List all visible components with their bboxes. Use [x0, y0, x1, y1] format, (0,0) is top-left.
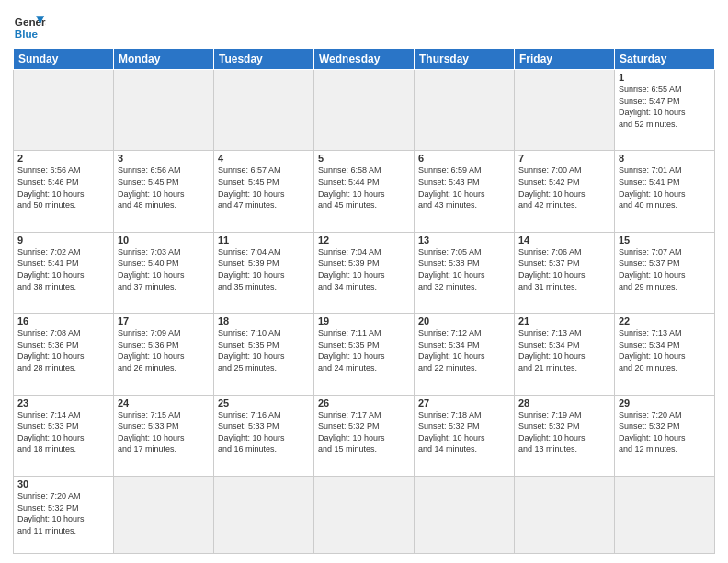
day-number: 12	[318, 235, 410, 246]
calendar-cell: 22Sunrise: 7:13 AMSunset: 5:34 PMDayligh…	[615, 314, 715, 395]
day-number: 7	[518, 153, 610, 164]
day-info: Sunrise: 7:04 AMSunset: 5:39 PMDaylight:…	[318, 247, 410, 293]
day-number: 5	[318, 153, 410, 164]
calendar-cell: 28Sunrise: 7:19 AMSunset: 5:32 PMDayligh…	[515, 395, 615, 476]
day-info: Sunrise: 7:12 AMSunset: 5:34 PMDaylight:…	[418, 327, 510, 373]
calendar-cell: 15Sunrise: 7:07 AMSunset: 5:37 PMDayligh…	[615, 232, 715, 313]
day-number: 4	[218, 153, 310, 164]
calendar-cell	[515, 477, 615, 554]
calendar-cell: 20Sunrise: 7:12 AMSunset: 5:34 PMDayligh…	[415, 314, 515, 395]
day-info: Sunrise: 7:00 AMSunset: 5:42 PMDaylight:…	[518, 165, 610, 211]
calendar-cell: 27Sunrise: 7:18 AMSunset: 5:32 PMDayligh…	[415, 395, 515, 476]
calendar-table: SundayMondayTuesdayWednesdayThursdayFrid…	[13, 48, 715, 554]
day-number: 10	[118, 235, 210, 246]
day-number: 27	[418, 397, 510, 408]
day-number: 20	[418, 316, 510, 327]
day-info: Sunrise: 7:20 AMSunset: 5:32 PMDaylight:…	[17, 490, 109, 536]
day-number: 2	[17, 153, 109, 164]
day-info: Sunrise: 7:07 AMSunset: 5:37 PMDaylight:…	[619, 247, 711, 293]
day-info: Sunrise: 6:56 AMSunset: 5:46 PMDaylight:…	[17, 165, 109, 211]
day-number: 28	[518, 397, 610, 408]
calendar-cell: 18Sunrise: 7:10 AMSunset: 5:35 PMDayligh…	[214, 314, 314, 395]
day-info: Sunrise: 7:09 AMSunset: 5:36 PMDaylight:…	[118, 327, 210, 373]
calendar-cell	[214, 70, 314, 151]
day-number: 30	[17, 478, 109, 489]
calendar-cell: 7Sunrise: 7:00 AMSunset: 5:42 PMDaylight…	[515, 151, 615, 232]
calendar-cell	[214, 477, 314, 554]
calendar-cell: 17Sunrise: 7:09 AMSunset: 5:36 PMDayligh…	[114, 314, 214, 395]
calendar-cell	[615, 477, 715, 554]
calendar-cell: 5Sunrise: 6:58 AMSunset: 5:44 PMDaylight…	[314, 151, 415, 232]
calendar-cell	[415, 477, 515, 554]
weekday-header-sunday: Sunday	[14, 49, 114, 70]
page: General Blue SundayMondayTuesdayWednesda…	[0, 0, 728, 563]
calendar-cell: 16Sunrise: 7:08 AMSunset: 5:36 PMDayligh…	[14, 314, 114, 395]
calendar-cell: 9Sunrise: 7:02 AMSunset: 5:41 PMDaylight…	[14, 232, 114, 313]
day-info: Sunrise: 6:58 AMSunset: 5:44 PMDaylight:…	[318, 165, 410, 211]
week-row-5: 23Sunrise: 7:14 AMSunset: 5:33 PMDayligh…	[14, 395, 715, 476]
calendar-cell	[14, 70, 114, 151]
calendar-cell: 8Sunrise: 7:01 AMSunset: 5:41 PMDaylight…	[615, 151, 715, 232]
weekday-header-wednesday: Wednesday	[314, 49, 415, 70]
day-number: 23	[17, 397, 109, 408]
calendar-cell: 11Sunrise: 7:04 AMSunset: 5:39 PMDayligh…	[214, 232, 314, 313]
calendar-cell: 23Sunrise: 7:14 AMSunset: 5:33 PMDayligh…	[14, 395, 114, 476]
calendar-cell	[314, 477, 415, 554]
calendar-cell: 26Sunrise: 7:17 AMSunset: 5:32 PMDayligh…	[314, 395, 415, 476]
header: General Blue	[13, 9, 715, 42]
weekday-header-monday: Monday	[114, 49, 214, 70]
weekday-header-thursday: Thursday	[415, 49, 515, 70]
week-row-2: 2Sunrise: 6:56 AMSunset: 5:46 PMDaylight…	[14, 151, 715, 232]
calendar-cell: 29Sunrise: 7:20 AMSunset: 5:32 PMDayligh…	[615, 395, 715, 476]
calendar-cell	[415, 70, 515, 151]
day-number: 24	[118, 397, 210, 408]
day-number: 26	[318, 397, 410, 408]
calendar-cell: 3Sunrise: 6:56 AMSunset: 5:45 PMDaylight…	[114, 151, 214, 232]
day-info: Sunrise: 7:03 AMSunset: 5:40 PMDaylight:…	[118, 247, 210, 293]
calendar-cell: 21Sunrise: 7:13 AMSunset: 5:34 PMDayligh…	[515, 314, 615, 395]
day-number: 14	[518, 235, 610, 246]
day-number: 29	[619, 397, 711, 408]
day-number: 17	[118, 316, 210, 327]
day-info: Sunrise: 6:56 AMSunset: 5:45 PMDaylight:…	[118, 165, 210, 211]
day-info: Sunrise: 7:06 AMSunset: 5:37 PMDaylight:…	[518, 247, 610, 293]
week-row-4: 16Sunrise: 7:08 AMSunset: 5:36 PMDayligh…	[14, 314, 715, 395]
calendar-cell: 10Sunrise: 7:03 AMSunset: 5:40 PMDayligh…	[114, 232, 214, 313]
day-number: 3	[118, 153, 210, 164]
day-info: Sunrise: 7:17 AMSunset: 5:32 PMDaylight:…	[318, 409, 410, 455]
logo-icon: General Blue	[13, 9, 46, 42]
weekday-header-friday: Friday	[515, 49, 615, 70]
day-info: Sunrise: 7:15 AMSunset: 5:33 PMDaylight:…	[118, 409, 210, 455]
day-number: 8	[619, 153, 711, 164]
day-number: 11	[218, 235, 310, 246]
week-row-6: 30Sunrise: 7:20 AMSunset: 5:32 PMDayligh…	[14, 477, 715, 554]
day-number: 6	[418, 153, 510, 164]
day-info: Sunrise: 7:02 AMSunset: 5:41 PMDaylight:…	[17, 247, 109, 293]
calendar-cell: 4Sunrise: 6:57 AMSunset: 5:45 PMDaylight…	[214, 151, 314, 232]
day-info: Sunrise: 6:55 AMSunset: 5:47 PMDaylight:…	[619, 84, 711, 130]
weekday-header-saturday: Saturday	[615, 49, 715, 70]
week-row-3: 9Sunrise: 7:02 AMSunset: 5:41 PMDaylight…	[14, 232, 715, 313]
calendar-cell	[114, 70, 214, 151]
svg-text:Blue: Blue	[15, 28, 39, 40]
calendar-cell: 6Sunrise: 6:59 AMSunset: 5:43 PMDaylight…	[415, 151, 515, 232]
calendar-cell: 14Sunrise: 7:06 AMSunset: 5:37 PMDayligh…	[515, 232, 615, 313]
day-info: Sunrise: 7:04 AMSunset: 5:39 PMDaylight:…	[218, 247, 310, 293]
day-number: 15	[619, 235, 711, 246]
day-number: 19	[318, 316, 410, 327]
day-number: 21	[518, 316, 610, 327]
day-info: Sunrise: 7:11 AMSunset: 5:35 PMDaylight:…	[318, 327, 410, 373]
day-info: Sunrise: 7:05 AMSunset: 5:38 PMDaylight:…	[418, 247, 510, 293]
calendar-cell: 25Sunrise: 7:16 AMSunset: 5:33 PMDayligh…	[214, 395, 314, 476]
calendar-cell: 13Sunrise: 7:05 AMSunset: 5:38 PMDayligh…	[415, 232, 515, 313]
day-number: 16	[17, 316, 109, 327]
day-info: Sunrise: 7:10 AMSunset: 5:35 PMDaylight:…	[218, 327, 310, 373]
day-info: Sunrise: 6:59 AMSunset: 5:43 PMDaylight:…	[418, 165, 510, 211]
calendar-cell: 24Sunrise: 7:15 AMSunset: 5:33 PMDayligh…	[114, 395, 214, 476]
weekday-header-row: SundayMondayTuesdayWednesdayThursdayFrid…	[14, 49, 715, 70]
logo: General Blue	[13, 9, 46, 42]
day-info: Sunrise: 7:13 AMSunset: 5:34 PMDaylight:…	[619, 327, 711, 373]
day-number: 13	[418, 235, 510, 246]
day-number: 9	[17, 235, 109, 246]
day-info: Sunrise: 7:18 AMSunset: 5:32 PMDaylight:…	[418, 409, 510, 455]
